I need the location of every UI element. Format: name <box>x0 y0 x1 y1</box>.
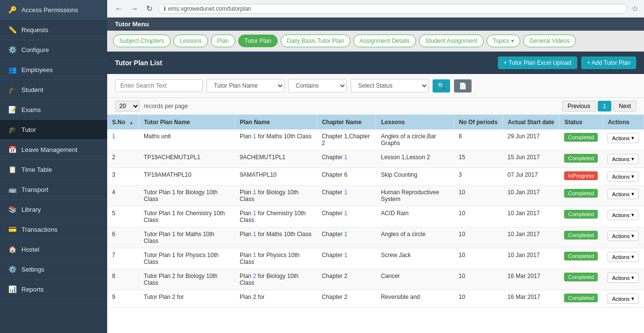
cell-status: Completed <box>559 269 603 290</box>
chapter-link[interactable]: 1 <box>344 231 347 238</box>
add-tutor-plan-button[interactable]: + Add Tutor Plan <box>581 56 636 69</box>
url-text: ems.vgrowedunet.com/tutorplan <box>168 5 251 12</box>
actions-dropdown-button[interactable]: Actions ▾ <box>607 133 639 143</box>
chapter-link[interactable]: 1 <box>344 210 347 217</box>
col-chapter-name: Chapter Name <box>317 115 376 130</box>
actions-dropdown-button[interactable]: Actions ▾ <box>607 294 639 304</box>
dropdown-arrow-icon: ▾ <box>631 254 634 260</box>
next-page-button[interactable]: Next <box>613 101 636 111</box>
sidebar-item-transactions[interactable]: 💳 Transactions <box>0 220 107 240</box>
col-sno[interactable]: S.No ▲ <box>107 115 139 130</box>
sidebar-item-configure[interactable]: ⚙️ Configure <box>0 40 107 60</box>
sidebar-item-reports[interactable]: 📊 Reports <box>0 279 107 299</box>
col-status: Status <box>559 115 603 130</box>
cell-actions: Actions ▾ <box>603 206 644 227</box>
status-select[interactable]: Select Status All Completed InProgress P… <box>351 79 429 92</box>
cell-actions: Actions ▾ <box>603 227 644 248</box>
tutor-menu-header: Tutor Menu <box>107 18 644 31</box>
sidebar-item-time-table[interactable]: 📋 Time Table <box>0 160 107 180</box>
chapter-link[interactable]: 1 <box>344 154 347 161</box>
data-table: S.No ▲Tutor Plan NamePlan NameChapter Na… <box>107 115 644 308</box>
export-button[interactable]: 📄 <box>454 79 472 92</box>
tab-daily-basis-tutor-plan[interactable]: Daily Basis Tutor Plan <box>281 35 350 47</box>
status-badge: Completed <box>564 154 598 163</box>
actions-dropdown-button[interactable]: Actions ▾ <box>607 189 639 199</box>
tab-general-videos[interactable]: General Videos <box>523 35 576 47</box>
table-row: 9Tutor Plan 2 forPlan 2 forChapter 2Reve… <box>107 290 644 308</box>
page-1-button[interactable]: 1 <box>598 101 612 111</box>
plan-name-link[interactable]: 1 <box>253 252 256 259</box>
cell-actual-start-date: 15 Jun 2017 <box>503 150 559 168</box>
plan-name-link[interactable]: 1 <box>253 189 256 196</box>
header-buttons: + Tutor Plan Excel Upload + Add Tutor Pl… <box>498 56 636 69</box>
excel-upload-button[interactable]: + Tutor Plan Excel Upload <box>498 56 577 69</box>
sidebar-item-tutor[interactable]: 🎓 Tutor <box>0 120 107 140</box>
per-page-select[interactable]: 10 20 50 100 <box>115 101 140 111</box>
prev-page-button[interactable]: Previous <box>562 101 596 111</box>
sidebar-item-transport[interactable]: 🚌 Transport <box>0 180 107 200</box>
tab-bar: Subject ChaptersLessonsPlanTutor PlanDai… <box>107 31 644 52</box>
address-bar[interactable]: ℹ ems.vgrowedunet.com/tutorplan <box>158 4 627 14</box>
table-header: S.No ▲Tutor Plan NamePlan NameChapter Na… <box>107 115 644 130</box>
search-button[interactable]: 🔍 <box>433 79 450 92</box>
sidebar-item-settings[interactable]: ⚙️ Settings <box>0 259 107 279</box>
actions-dropdown-button[interactable]: Actions ▾ <box>607 171 639 182</box>
plan-name-link[interactable]: 1 <box>253 231 256 238</box>
plan-name-link[interactable]: 2 <box>253 273 256 279</box>
tab-tutor-plan[interactable]: Tutor Plan <box>238 35 278 47</box>
search-input[interactable] <box>115 79 203 92</box>
tab-plan[interactable]: Plan <box>211 35 235 47</box>
bookmark-icon[interactable]: ☆ <box>631 4 638 13</box>
sidebar-label-transactions: Transactions <box>21 226 57 233</box>
sidebar-label-student: Student <box>21 86 43 93</box>
back-button[interactable]: ← <box>113 3 125 14</box>
actions-dropdown-button[interactable]: Actions ▾ <box>607 231 639 241</box>
tab-assignment-details[interactable]: Assignment Details <box>353 35 416 47</box>
cell-plan-name: Plan 1 for Biology 10th Class <box>235 185 317 206</box>
cell-chapter-name: Chapter 1 <box>317 150 376 168</box>
sidebar-item-exams[interactable]: 📝 Exams <box>0 100 107 120</box>
col-lessons: Lessons <box>376 115 454 130</box>
sidebar-item-leave-management[interactable]: 📅 Leave Management <box>0 140 107 160</box>
actions-dropdown-button[interactable]: Actions ▾ <box>607 252 639 262</box>
cell-no-of-periods: 10 <box>454 185 502 206</box>
plan-name-link[interactable]: 1 <box>253 210 256 217</box>
field-select[interactable]: Tutor Plan Name Plan Name Chapter Name L… <box>207 79 284 92</box>
tab-topics[interactable]: Topics ▾ <box>487 35 520 47</box>
table-row: 1Maths unitPlan 1 for Maths 10th ClassCh… <box>107 130 644 150</box>
cell-no-of-periods: 10 <box>454 269 502 290</box>
leave-management-icon: 📅 <box>8 145 17 154</box>
forward-button[interactable]: → <box>129 3 140 14</box>
refresh-button[interactable]: ↻ <box>144 3 154 14</box>
cell-sno: 6 <box>107 227 139 248</box>
cell-actions: Actions ▾ <box>603 248 644 269</box>
cell-sno: 7 <box>107 248 139 269</box>
list-header: Tutor Plan List + Tutor Plan Excel Uploa… <box>107 52 644 74</box>
sidebar-item-requests[interactable]: ✏️ Requests <box>0 20 107 40</box>
table-row: 8Tutor Plan 2 for Biology 10th ClassPlan… <box>107 269 644 290</box>
table-row: 4Tutor Plan 1 for Biology 10th ClassPlan… <box>107 185 644 206</box>
reports-icon: 📊 <box>8 285 17 294</box>
sidebar-item-employees[interactable]: 👥 Employees <box>0 60 107 80</box>
actions-dropdown-button[interactable]: Actions ▾ <box>607 154 639 164</box>
cell-lessons: Angles of a circle,Bar Graphs <box>376 130 454 150</box>
sidebar-label-leave-management: Leave Management <box>21 146 77 153</box>
tab-lessons[interactable]: Lessons <box>173 35 208 47</box>
sidebar-item-student[interactable]: 🎓 Student <box>0 80 107 100</box>
chapter-link[interactable]: 1 <box>344 189 347 196</box>
actions-dropdown-button[interactable]: Actions ▾ <box>607 273 639 283</box>
cell-sno: 4 <box>107 185 139 206</box>
tab-subject-chapters[interactable]: Subject Chapters <box>113 35 170 47</box>
library-icon: 📚 <box>8 205 17 214</box>
cell-chapter-name: Chapter 1 <box>317 185 376 206</box>
sidebar-item-hostel[interactable]: 🏠 Hostel <box>0 240 107 259</box>
plan-name-link[interactable]: 1 <box>253 133 256 140</box>
sidebar-item-library[interactable]: 📚 Library <box>0 200 107 220</box>
actions-dropdown-button[interactable]: Actions ▾ <box>607 210 639 220</box>
cell-tutor-plan-name: Tutor Plan 1 for Physics 10th Class <box>139 248 235 269</box>
tab-student-assignment[interactable]: Student Assignment <box>419 35 484 47</box>
condition-select[interactable]: Contains Starts With Ends With Equals <box>288 79 347 92</box>
sidebar-item-access-permissions[interactable]: 🔑 Access Permissions <box>0 0 107 20</box>
chapter-link[interactable]: 1 <box>344 252 347 259</box>
sno-link[interactable]: 1 <box>112 133 115 140</box>
